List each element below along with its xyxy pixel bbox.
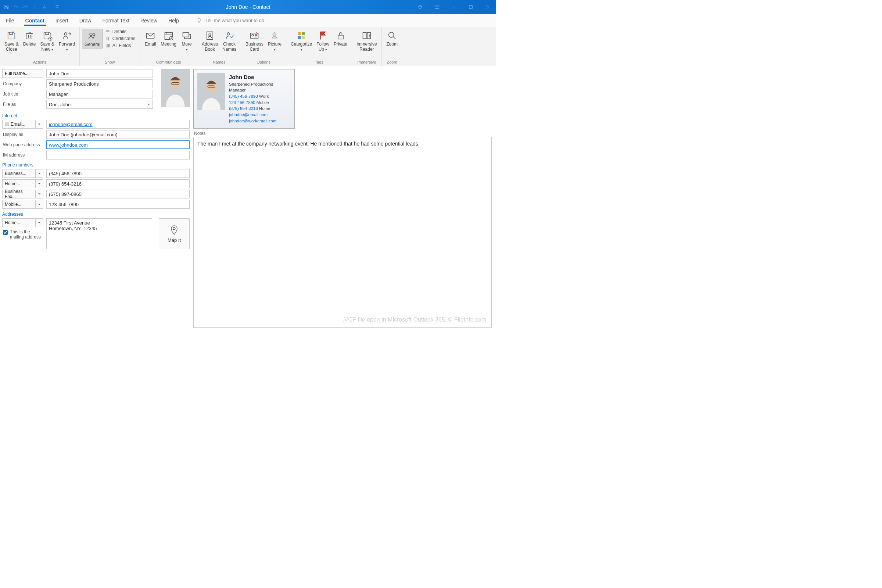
private-button[interactable]: Private (332, 28, 350, 48)
content-area: Full Name... Company Job title File as D… (0, 66, 496, 331)
meeting-button[interactable]: Meeting (158, 28, 178, 48)
ribbon-tabs: File Contact Insert Draw Format Text Rev… (0, 14, 496, 27)
diamond-icon[interactable] (412, 0, 429, 14)
address-book-button[interactable]: AddressBook (200, 28, 220, 53)
delete-button[interactable]: Delete (21, 28, 38, 48)
tab-insert[interactable]: Insert (54, 15, 70, 26)
bcard-photo (197, 73, 225, 110)
window-title: John Doe - Contact (226, 4, 270, 10)
tab-review[interactable]: Review (139, 15, 159, 26)
svg-point-18 (273, 33, 276, 36)
chevron-down-icon[interactable] (35, 190, 44, 198)
phone-input[interactable] (46, 169, 190, 178)
company-input[interactable] (46, 80, 153, 88)
ribbon-group-communicate: Email Meeting More▾ Communicate (140, 27, 197, 66)
mailing-address-checkbox[interactable]: This is the mailing address (2, 230, 44, 240)
svg-rect-20 (302, 32, 304, 35)
phone-input[interactable] (46, 200, 190, 209)
follow-up-button[interactable]: FollowUp ▾ (314, 28, 332, 53)
map-pin-icon (170, 225, 178, 236)
minimize-button[interactable] (446, 0, 462, 14)
immersive-reader-button[interactable]: ImmersiveReader (354, 28, 379, 53)
phone-input[interactable] (46, 190, 190, 198)
chevron-down-icon[interactable] (35, 169, 44, 178)
phone-input[interactable] (46, 179, 190, 188)
ribbon-group-immersive: ImmersiveReader Immersive (352, 27, 381, 66)
display-as-input[interactable] (46, 130, 190, 139)
tab-help[interactable]: Help (167, 15, 180, 26)
address-type-split[interactable]: Home... (2, 218, 44, 227)
business-card[interactable]: John Doe Sharpened Productions Manager (… (193, 69, 295, 129)
tab-format-text[interactable]: Format Text (101, 15, 131, 26)
svg-point-7 (106, 37, 109, 39)
web-input[interactable] (46, 140, 190, 149)
zoom-button[interactable]: Zoom (384, 28, 400, 48)
email-type-split[interactable]: Email... (2, 120, 44, 129)
email-button[interactable]: Email (142, 28, 158, 48)
watermark: .VCF file open in Microsoft Outlook 365.… (342, 316, 486, 323)
svg-point-17 (252, 34, 254, 36)
svg-point-5 (90, 33, 92, 36)
down-arrow-icon[interactable] (41, 4, 48, 10)
tab-contact[interactable]: Contact (24, 15, 46, 26)
svg-rect-12 (183, 33, 189, 37)
save-icon[interactable] (3, 4, 9, 10)
up-arrow-icon[interactable] (32, 4, 38, 10)
job-title-input[interactable] (46, 90, 153, 99)
redo-icon[interactable] (22, 4, 28, 10)
save-new-button[interactable]: Save &New ▾ (38, 28, 57, 53)
forward-button[interactable]: Forward▾ (57, 28, 77, 53)
ribbon-group-tags: Categorize▾ FollowUp ▾ Private Tags (286, 27, 352, 66)
close-button[interactable] (479, 0, 496, 14)
tab-draw[interactable]: Draw (78, 15, 93, 26)
qat-customize-icon[interactable] (54, 4, 61, 10)
contact-photo[interactable] (161, 69, 190, 107)
tell-me-search[interactable]: Tell me what you want to do (196, 17, 264, 24)
addresses-section: Addresses (2, 212, 190, 217)
svg-point-29 (7, 123, 8, 124)
ribbon-group-actions: Save &Close Delete Save &New ▾ Forward▾ … (0, 27, 80, 66)
collapse-ribbon-button[interactable] (489, 58, 493, 64)
phones-section: Phone numbers (2, 162, 190, 168)
check-names-button[interactable]: CheckNames (220, 28, 238, 53)
tab-file[interactable]: File (4, 15, 16, 26)
save-close-button[interactable]: Save &Close (2, 28, 21, 53)
im-label: IM address (2, 153, 44, 158)
chevron-down-icon[interactable] (35, 218, 44, 227)
full-name-input[interactable] (46, 69, 153, 78)
phone-type-split[interactable]: Business... (2, 169, 44, 178)
quick-access-toolbar (0, 4, 61, 10)
chevron-down-icon[interactable] (35, 200, 44, 209)
full-name-button[interactable]: Full Name... (2, 69, 44, 78)
email-input[interactable] (46, 120, 190, 129)
more-button[interactable]: More▾ (178, 28, 195, 53)
address-input[interactable] (46, 218, 152, 249)
svg-rect-0 (435, 6, 439, 9)
chevron-down-icon[interactable] (35, 120, 44, 129)
phone-type-split[interactable]: Mobile... (2, 200, 44, 209)
phone-type-split[interactable]: Business Fax... (2, 190, 44, 198)
maximize-button[interactable] (462, 0, 479, 14)
ribbon-group-names: AddressBook CheckNames Names (197, 27, 241, 66)
picture-button[interactable]: Picture▾ (266, 28, 284, 53)
svg-point-14 (209, 34, 211, 36)
undo-icon[interactable] (12, 4, 19, 10)
chevron-down-icon[interactable] (145, 100, 153, 109)
ribbon-display-icon[interactable] (429, 0, 446, 14)
general-button[interactable]: General (82, 28, 103, 48)
map-it-button[interactable]: Map It (159, 218, 190, 249)
business-card-button[interactable]: BusinessCard (243, 28, 266, 53)
svg-point-6 (93, 34, 95, 36)
notes-box[interactable]: The man I met at the company networking … (193, 137, 492, 328)
file-as-combo[interactable]: Doe, John (46, 100, 153, 109)
titlebar: John Doe - Contact (0, 0, 496, 14)
categorize-button[interactable]: Categorize▾ (288, 28, 314, 53)
display-as-label: Display as (2, 132, 44, 137)
chevron-down-icon[interactable] (35, 179, 44, 188)
all-fields-button[interactable]: All Fields (104, 43, 136, 48)
details-button[interactable]: Details (104, 28, 136, 34)
certificates-button[interactable]: Certificates (104, 36, 136, 42)
phone-type-split[interactable]: Home... (2, 179, 44, 188)
im-input[interactable] (46, 151, 190, 159)
svg-point-2 (198, 18, 201, 21)
